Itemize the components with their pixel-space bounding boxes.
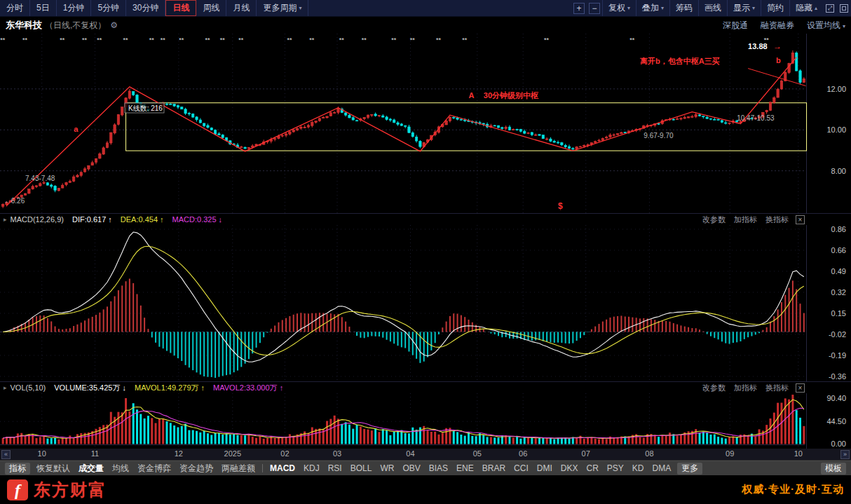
panel-layout-icon[interactable] bbox=[840, 4, 848, 13]
indicator-item-MACD[interactable]: MACD bbox=[266, 461, 299, 476]
svg-text:-0.36: -0.36 bbox=[829, 372, 846, 381]
svg-text:**: ** bbox=[60, 36, 65, 43]
tool-button-画线[interactable]: 画线 bbox=[698, 0, 727, 16]
link-margin-trading[interactable]: 融资融券 bbox=[761, 20, 794, 32]
indicator-item-两融差额[interactable]: 两融差额 bbox=[217, 461, 259, 476]
macd-close-icon[interactable]: × bbox=[796, 215, 805, 224]
period-tab-5分钟[interactable]: 5分钟 bbox=[91, 0, 126, 16]
macd-add-indicator-link[interactable]: 加指标 bbox=[734, 214, 757, 225]
volume-switch-indicator-link[interactable]: 换指标 bbox=[765, 382, 789, 393]
scroll-left-button[interactable]: « bbox=[1, 450, 11, 459]
tool-button-显示[interactable]: 显示▾ bbox=[727, 0, 761, 16]
macd-series-label-1: DIF:0.617 ↑ bbox=[72, 214, 112, 225]
indicator-item-成交量[interactable]: 成交量 bbox=[74, 461, 108, 476]
svg-text:10.47-10.53: 10.47-10.53 bbox=[737, 114, 775, 122]
indicator-item-RSI[interactable]: RSI bbox=[324, 461, 346, 476]
svg-text:0.15: 0.15 bbox=[831, 309, 846, 318]
period-tab-日线[interactable]: 日线 bbox=[165, 0, 196, 16]
volume-add-indicator-link[interactable]: 加指标 bbox=[734, 382, 757, 393]
indicator-item-恢复默认[interactable]: 恢复默认 bbox=[32, 461, 74, 476]
svg-text:0.86: 0.86 bbox=[831, 225, 846, 233]
zoom-in-button[interactable]: + bbox=[573, 3, 585, 14]
indicator-item-模板[interactable]: 模板 bbox=[821, 463, 846, 475]
macd-chart[interactable]: 0.860.660.490.320.15-0.02-0.19-0.36 bbox=[0, 225, 851, 382]
period-tab-月线[interactable]: 月线 bbox=[226, 0, 257, 16]
svg-text:**: ** bbox=[205, 36, 210, 43]
svg-text:**: ** bbox=[22, 36, 28, 43]
candlestick-chart[interactable]: 12.0010.008.00**************************… bbox=[0, 34, 851, 214]
indicator-item-BRAR[interactable]: BRAR bbox=[478, 461, 510, 476]
link-shengutong[interactable]: 深股通 bbox=[723, 20, 748, 32]
volume-series-label-2: MAVOL1:49.279万 ↑ bbox=[135, 382, 205, 393]
titlebar: 东华科技 （日线,不复权） ⚙ 深股通 融资融券 设置均线▾ bbox=[0, 17, 851, 34]
svg-text:**: ** bbox=[0, 36, 6, 43]
indicator-divider bbox=[262, 464, 263, 472]
indicator-item-ENE[interactable]: ENE bbox=[452, 461, 478, 476]
macd-change-params-link[interactable]: 改参数 bbox=[702, 214, 726, 225]
svg-text:0.49: 0.49 bbox=[831, 267, 846, 275]
indicator-item-更多[interactable]: 更多 bbox=[677, 463, 702, 475]
tool-button-筹码[interactable]: 筹码 bbox=[669, 0, 698, 16]
period-tab-5日[interactable]: 5日 bbox=[30, 0, 57, 16]
period-tab-周线[interactable]: 周线 bbox=[196, 0, 226, 16]
svg-text:30分钟级别中枢: 30分钟级别中枢 bbox=[484, 91, 539, 100]
svg-text:0.32: 0.32 bbox=[831, 288, 846, 297]
volume-chart[interactable]: 90.4044.500.00 bbox=[0, 393, 851, 449]
indicator-item-KDJ[interactable]: KDJ bbox=[299, 461, 324, 476]
zoom-out-button[interactable]: − bbox=[589, 3, 600, 14]
chart-controls: +−复权▾叠加▾筹码画线显示▾简约隐藏▴⤢ bbox=[571, 0, 851, 16]
date-label-0: 10 bbox=[38, 449, 46, 458]
tool-button-复权[interactable]: 复权▾ bbox=[602, 0, 636, 16]
brand-logo-icon: f bbox=[7, 479, 28, 500]
svg-text:-0.19: -0.19 bbox=[829, 351, 846, 360]
scroll-right-button[interactable]: » bbox=[840, 450, 850, 459]
svg-text:**: ** bbox=[238, 36, 244, 43]
svg-text:44.50: 44.50 bbox=[826, 417, 846, 425]
svg-text:**: ** bbox=[309, 36, 315, 43]
indicator-item-DKX[interactable]: DKX bbox=[557, 461, 583, 476]
indicator-item-均线[interactable]: 均线 bbox=[108, 461, 133, 476]
period-toolbar: 分时5日1分钟5分钟30分钟日线周线月线更多周期▾ +−复权▾叠加▾筹码画线显示… bbox=[0, 0, 851, 17]
indicator-item-DMA[interactable]: DMA bbox=[648, 461, 676, 476]
svg-text:**: ** bbox=[287, 36, 292, 43]
indicator-item-PSY[interactable]: PSY bbox=[603, 461, 628, 476]
indicator-item-KD[interactable]: KD bbox=[628, 461, 648, 476]
svg-text:**: ** bbox=[82, 36, 88, 43]
date-axis: « » 1011122025020304050607080910 bbox=[0, 449, 851, 461]
svg-text:**: ** bbox=[436, 36, 442, 43]
brand-logo-letter: f bbox=[15, 482, 20, 498]
macd-panel: ▸MACD(12,26,9)DIF:0.617 ↑DEA:0.454 ↑MACD… bbox=[0, 214, 851, 382]
macd-switch-indicator-link[interactable]: 换指标 bbox=[765, 214, 789, 225]
svg-text:9.67-9.70: 9.67-9.70 bbox=[644, 132, 674, 139]
tool-button-简约[interactable]: 简约 bbox=[761, 0, 789, 16]
svg-text:a: a bbox=[74, 125, 79, 133]
indicator-item-指标[interactable]: 指标 bbox=[5, 463, 30, 475]
volume-change-params-link[interactable]: 改参数 bbox=[702, 382, 726, 393]
ma-settings-label: 设置均线 bbox=[807, 20, 840, 30]
period-tab-1分钟[interactable]: 1分钟 bbox=[57, 0, 92, 16]
macd-actions: 改参数加指标换指标× bbox=[694, 214, 851, 225]
indicator-item-OBV[interactable]: OBV bbox=[398, 461, 424, 476]
collapse-panel-icon[interactable]: ▸ bbox=[4, 214, 7, 225]
svg-text:**: ** bbox=[544, 36, 550, 43]
indicator-item-DMI[interactable]: DMI bbox=[533, 461, 557, 476]
period-tab-更多周期[interactable]: 更多周期▾ bbox=[257, 0, 308, 16]
indicator-item-BIAS[interactable]: BIAS bbox=[425, 461, 452, 476]
indicator-item-资金博弈[interactable]: 资金博弈 bbox=[133, 461, 175, 476]
indicator-item-CCI[interactable]: CCI bbox=[510, 461, 533, 476]
indicator-item-资金趋势[interactable]: 资金趋势 bbox=[175, 461, 217, 476]
svg-text:←6.26: ←6.26 bbox=[4, 197, 25, 205]
period-tab-分时[interactable]: 分时 bbox=[0, 0, 30, 16]
link-ma-settings[interactable]: 设置均线▾ bbox=[807, 20, 845, 32]
indicator-item-WR[interactable]: WR bbox=[376, 461, 398, 476]
collapse-panel-icon[interactable]: ▸ bbox=[4, 382, 7, 393]
gear-icon[interactable]: ⚙ bbox=[110, 20, 118, 30]
indicator-bar: 指标恢复默认成交量均线资金博弈资金趋势两融差额MACDKDJRSIBOLLWRO… bbox=[0, 461, 851, 475]
indicator-item-CR[interactable]: CR bbox=[582, 461, 602, 476]
fullscreen-icon[interactable]: ⤢ bbox=[826, 4, 834, 13]
volume-close-icon[interactable]: × bbox=[796, 383, 805, 393]
tool-button-隐藏[interactable]: 隐藏▴ bbox=[789, 0, 823, 16]
tool-button-叠加[interactable]: 叠加▾ bbox=[636, 0, 669, 16]
period-tab-30分钟[interactable]: 30分钟 bbox=[126, 0, 165, 16]
indicator-item-BOLL[interactable]: BOLL bbox=[346, 461, 376, 476]
